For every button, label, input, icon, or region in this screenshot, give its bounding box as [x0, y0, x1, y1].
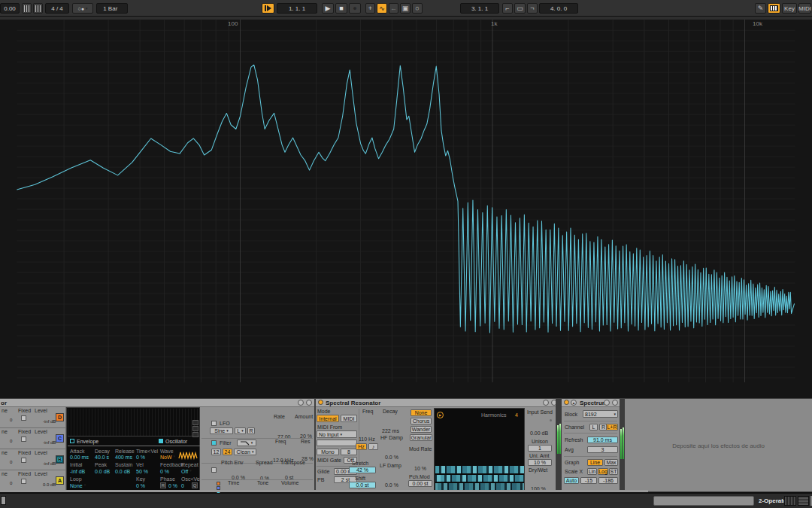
session-record-button[interactable]: ○ — [412, 3, 423, 14]
fixed-checkbox[interactable] — [21, 415, 26, 421]
nudge-up-button[interactable] — [33, 3, 43, 14]
filter-24db-button[interactable]: 24 — [223, 449, 232, 455]
follow-button[interactable] — [262, 3, 274, 14]
filter-12db-button[interactable]: 12 — [211, 449, 221, 455]
arrangement-position[interactable]: 1. 1. 1 — [277, 3, 317, 14]
mod-none-button[interactable]: None — [411, 409, 432, 416]
envelope-graph[interactable] — [68, 409, 199, 437]
loop-switch-button[interactable]: ▭ — [514, 3, 526, 14]
sustain-value[interactable]: 0.0 dB — [115, 469, 130, 474]
spectrum-display[interactable]: 1001k10k — [0, 17, 812, 398]
scale-lin-button[interactable]: Lin — [587, 468, 597, 475]
record-button[interactable]: ● — [349, 3, 361, 14]
midi-from-select[interactable]: No Input — [317, 430, 357, 438]
device-on-button[interactable] — [564, 400, 569, 405]
decay-value[interactable]: 40.0 s — [95, 455, 109, 460]
midi-map-button[interactable]: MIDI — [798, 3, 811, 14]
metronome-button[interactable]: ○● — [72, 3, 93, 14]
shift-slider[interactable]: 0.0 st — [349, 482, 376, 488]
scale-st-button[interactable]: ST — [609, 468, 618, 475]
stretch-slider[interactable]: 42 % — [349, 467, 376, 473]
voices-value[interactable]: 8 — [341, 449, 357, 455]
scroll-handle[interactable] — [1, 496, 6, 505]
phase-retrigger-button[interactable]: R — [160, 482, 166, 488]
spectral-resonator-title-bar[interactable]: Spectral Resonator — [316, 399, 556, 407]
scale-log-button[interactable]: Log — [598, 468, 608, 475]
osc-c-toggle[interactable]: C — [56, 434, 64, 443]
nudge-down-button[interactable] — [22, 3, 32, 14]
timevel-value[interactable]: 0 % — [136, 455, 145, 460]
computer-midi-keyboard-button[interactable] — [768, 3, 780, 14]
save-preset-icon[interactable] — [306, 400, 312, 406]
mode-midi-button[interactable]: MIDI — [341, 415, 357, 422]
osc-a-toggle[interactable]: A — [56, 476, 64, 485]
filter-type-select[interactable] — [237, 440, 256, 446]
lfo-wave-select[interactable]: Sine — [210, 427, 233, 434]
phase-value[interactable]: 0 % — [168, 483, 177, 488]
spectrum-title-bar[interactable]: Spectrum — [562, 399, 620, 407]
note-mode-button[interactable]: ♪ — [368, 443, 378, 450]
uni-amt-value[interactable]: 10 % — [528, 459, 552, 466]
pitch-env-checkbox[interactable] — [211, 467, 217, 473]
device-thumbnail[interactable] — [798, 496, 809, 506]
pch-mod-value[interactable]: 0.00 st — [408, 480, 432, 487]
stop-button[interactable]: ■ — [335, 3, 347, 14]
loop-select[interactable]: None — [70, 483, 86, 488]
channel-l-button[interactable]: L — [589, 424, 598, 430]
channel-lr-button[interactable]: L+R — [606, 424, 618, 430]
quantize-button[interactable]: Q — [192, 482, 198, 488]
midi-channel-select[interactable] — [317, 440, 357, 446]
mod-granular-button[interactable]: Granular — [410, 434, 432, 441]
device-thumbnail[interactable] — [784, 496, 796, 506]
mod-wander-button[interactable]: Wander — [411, 426, 432, 433]
device-scrollbar[interactable] — [0, 490, 648, 492]
key-value[interactable]: 0 % — [136, 483, 145, 488]
fixed-checkbox[interactable] — [21, 479, 26, 484]
feedback-value[interactable]: 0 % — [160, 469, 169, 474]
lfo-range-select[interactable]: L — [235, 427, 246, 434]
hot-swap-icon[interactable] — [298, 400, 304, 406]
play-button[interactable]: ▶ — [322, 3, 334, 14]
filter-circuit-select[interactable]: Clean — [234, 449, 256, 455]
auto-range-button[interactable]: Auto — [564, 477, 579, 484]
lfo-retrigger-button[interactable]: R — [247, 427, 255, 434]
display-range-button[interactable] — [192, 426, 198, 431]
lfo-checkbox[interactable] — [211, 421, 217, 426]
fixed-checkbox[interactable] — [21, 458, 26, 463]
range-low-value[interactable]: -186 — [598, 477, 618, 484]
preview-play-icon[interactable] — [437, 412, 444, 418]
reenable-automation-button[interactable]: ← — [389, 3, 398, 14]
mono-poly-button[interactable]: Mono — [317, 449, 339, 455]
osc-d-toggle[interactable]: D — [56, 413, 64, 421]
harmonics-value[interactable]: 4 — [515, 412, 518, 418]
mod-chorus-button[interactable]: Chorus — [411, 418, 432, 424]
quantization-menu[interactable]: 1 Bar — [96, 3, 128, 14]
mode-internal-button[interactable]: Internal — [317, 415, 339, 422]
operator-title-bar[interactable]: or — [0, 399, 314, 407]
loop-start-display[interactable]: 3. 1. 1 — [460, 3, 499, 14]
save-preset-icon[interactable] — [612, 400, 618, 406]
osc-d-color-chip[interactable] — [217, 482, 220, 485]
filter-checkbox[interactable] — [211, 440, 217, 446]
time-signature[interactable]: 4 / 4 — [45, 3, 69, 14]
avg-value[interactable]: 3 — [587, 446, 618, 453]
loop-length-display[interactable]: 4. 0. 0 — [539, 3, 578, 14]
punch-in-button[interactable]: ⌐ — [502, 3, 513, 14]
new-midi-clip-button[interactable]: + — [365, 3, 375, 14]
capture-midi-button[interactable]: ▣ — [400, 3, 411, 14]
display-range-button[interactable] — [192, 420, 198, 425]
wave-select[interactable]: NoW — [160, 455, 175, 460]
graph-line-button[interactable]: Line — [587, 459, 603, 466]
hz-mode-button[interactable]: Hz — [356, 443, 367, 450]
peak-value[interactable]: 0.0 dB — [95, 469, 110, 474]
punch-out-button[interactable]: ¬ — [527, 3, 538, 14]
fixed-checkbox[interactable] — [21, 437, 26, 442]
initial-value[interactable]: -inf dB — [70, 469, 85, 474]
repeat-select[interactable]: Off — [181, 469, 192, 474]
key-map-button[interactable]: Key — [782, 3, 797, 14]
unison-value[interactable]: 1 — [528, 445, 552, 452]
fold-device-icon[interactable] — [571, 400, 577, 406]
resonator-display[interactable]: Harmonics 4 — [434, 408, 525, 491]
operator-display[interactable]: Envelope Oscillator Attack Decay Release… — [66, 407, 200, 491]
release-value[interactable]: 400 ms — [115, 455, 132, 460]
